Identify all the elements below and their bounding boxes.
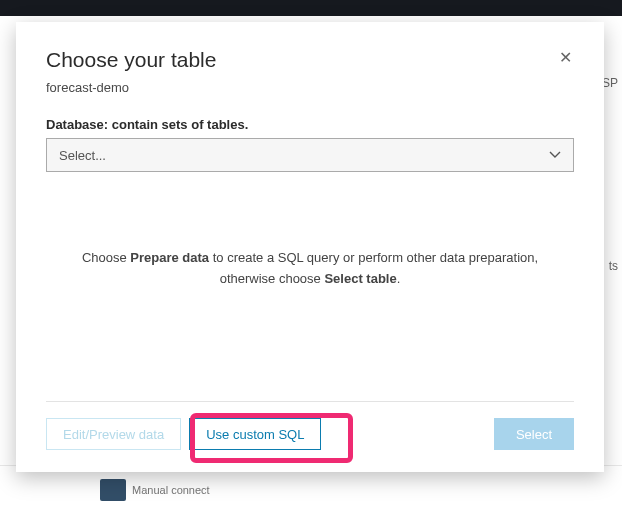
select-button: Select [494, 418, 574, 450]
database-section-label: Database: contain sets of tables. [46, 117, 574, 132]
helper-text-bold: Prepare data [130, 250, 209, 265]
choose-table-modal: Choose your table ✕ forecast-demo Databa… [16, 22, 604, 472]
helper-text-part: . [397, 271, 401, 286]
helper-text-bold: Select table [324, 271, 396, 286]
bg-text-fragment: ts [609, 259, 618, 273]
edit-preview-data-button: Edit/Preview data [46, 418, 181, 450]
database-select[interactable]: Select... [46, 138, 574, 172]
bg-text-fragment: SP [602, 76, 618, 90]
chevron-down-icon [549, 149, 561, 161]
bg-footer: Manual connect [0, 465, 622, 513]
database-select-placeholder: Select... [59, 148, 106, 163]
datasource-name-label: forecast-demo [46, 80, 574, 95]
helper-text: Choose Prepare data to create a SQL quer… [46, 248, 574, 290]
close-icon[interactable]: ✕ [557, 48, 574, 68]
bg-manual-connect-label: Manual connect [132, 484, 210, 496]
modal-title: Choose your table [46, 48, 216, 72]
app-topbar [0, 0, 622, 16]
modal-footer: Edit/Preview data Use custom SQL Select [46, 401, 574, 450]
helper-text-part: Choose [82, 250, 130, 265]
modal-header: Choose your table ✕ [46, 48, 574, 72]
datasource-icon [100, 479, 126, 501]
use-custom-sql-button[interactable]: Use custom SQL [189, 418, 321, 450]
